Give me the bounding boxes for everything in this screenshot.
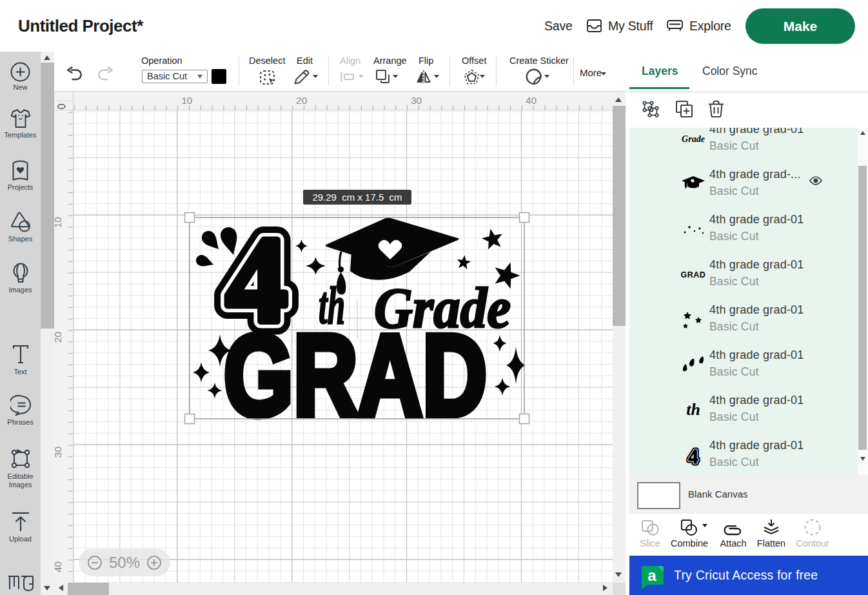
- svg-text:GRAD: GRAD: [681, 270, 705, 279]
- svg-text:4: 4: [688, 445, 698, 467]
- svg-text:Grade: Grade: [682, 134, 705, 144]
- svg-text:GRAD: GRAD: [224, 311, 487, 439]
- svg-text:a: a: [647, 567, 656, 584]
- svg-text:29.29 cm x 17.5 cm: 29.29 cm x 17.5 cm: [312, 192, 402, 203]
- svg-text:th: th: [686, 400, 700, 419]
